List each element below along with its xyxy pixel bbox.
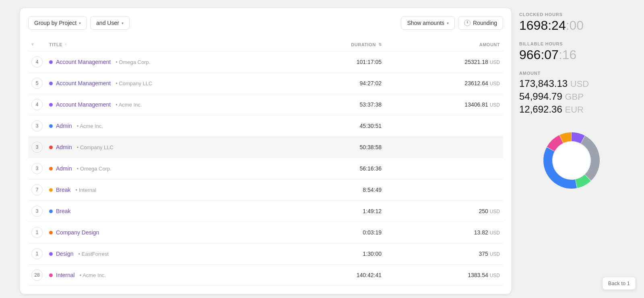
project-subtitle: • Acme Inc. [116, 102, 142, 108]
currency-label: USD [490, 60, 500, 65]
count-badge: 1 [31, 227, 43, 238]
project-title-link[interactable]: Internal [56, 272, 75, 278]
project-title-link[interactable]: Account Management [56, 80, 111, 86]
project-subtitle: • Omega Corp. [77, 166, 111, 172]
project-color-dot [49, 167, 53, 171]
currency-label: USD [490, 273, 500, 278]
amount-value: 1383.54 [468, 272, 488, 278]
right-panel: Clocked Hours 1698:24:00 Billable Hours … [519, 8, 624, 294]
count-badge: 3 [31, 163, 43, 174]
and-user-label: and User [96, 20, 119, 26]
currency-code: USD [570, 79, 589, 89]
amount-row: 173,843.13 USD [519, 77, 624, 90]
project-subtitle: • Company LLC [116, 80, 152, 86]
row-count-cell: 5 [28, 73, 46, 94]
show-amounts-label: Show amounts [407, 20, 444, 26]
col-duration: Duration ⇅ [294, 38, 385, 51]
project-subtitle: • EastForrest [78, 251, 109, 257]
project-subtitle: • Internal [76, 187, 97, 193]
row-title-cell: Admin• Omega Corp. [46, 158, 294, 179]
sort-icon: ⇅ [378, 42, 382, 47]
row-title-cell: Break [46, 201, 294, 222]
currency-label: USD [490, 251, 500, 257]
row-count-cell: 4 [28, 94, 46, 115]
amount-value: 13406.81 [464, 101, 488, 108]
row-duration-cell: 140:42:41 [294, 265, 385, 286]
row-duration-cell: 45:30:51 [294, 115, 385, 137]
table-row: 1Company Design0:03:1913.82 USD [28, 222, 503, 243]
donut-chart [535, 124, 608, 197]
project-title-link[interactable]: Admin [56, 123, 72, 129]
project-subtitle: • Acme Inc. [77, 123, 103, 129]
row-duration-cell: 8:54:49 [294, 179, 385, 201]
col-expand: ▾ [28, 38, 46, 51]
count-badge: 3 [31, 206, 43, 217]
rounding-button[interactable]: Rounding [458, 16, 503, 30]
table-row: 3Admin• Acme Inc.45:30:51 [28, 115, 503, 137]
table-row: 4Account Management• Acme Inc.53:37:3813… [28, 94, 503, 115]
row-amount-cell [385, 115, 503, 137]
project-subtitle: • Acme Inc. [80, 272, 106, 278]
clocked-hours-value: 1698:24:00 [519, 18, 624, 33]
row-amount-cell: 1383.54 USD [385, 265, 503, 286]
show-amounts-button[interactable]: Show amounts ▾ [401, 16, 455, 30]
toolbar-right: Show amounts ▾ Rounding [401, 16, 503, 30]
project-title-link[interactable]: Break [56, 187, 71, 193]
row-count-cell: 1 [28, 243, 46, 265]
project-color-dot [49, 146, 53, 149]
and-user-button[interactable]: and User ▾ [90, 16, 130, 30]
project-title-link[interactable]: Account Management [56, 101, 111, 108]
project-title-link[interactable]: Company Design [56, 229, 99, 236]
table-row: 4Account Management• Omega Corp.101:17:0… [28, 51, 503, 73]
row-title-cell: Account Management• Company LLC [46, 73, 294, 94]
group-by-label: Group by Project [34, 20, 76, 26]
project-subtitle: • Omega Corp. [116, 59, 150, 65]
row-duration-cell: 1:30:00 [294, 243, 385, 265]
amount-number: 54,994.79 [519, 91, 562, 102]
table-row: 3Admin• Omega Corp.56:16:36 [28, 158, 503, 179]
count-badge: 5 [31, 78, 43, 89]
project-title-link[interactable]: Admin [56, 165, 72, 172]
row-amount-cell: 25321.18 USD [385, 51, 503, 73]
chevron-down-icon: ▾ [122, 21, 124, 25]
row-duration-cell: 94:27:02 [294, 73, 385, 94]
project-color-dot [49, 60, 53, 64]
project-title-link[interactable]: Break [56, 208, 71, 214]
project-title-link[interactable]: Admin [56, 144, 72, 150]
row-amount-cell: 13.82 USD [385, 222, 503, 243]
chevron-down-icon: ▾ [79, 21, 81, 25]
table-row: 7Break• Internal8:54:49 [28, 179, 503, 201]
row-amount-cell [385, 158, 503, 179]
billable-hours-value: 966:07:16 [519, 48, 624, 62]
amount-value: 13.82 [474, 229, 488, 236]
table-row: 3Admin• Company LLC50:38:58 [28, 137, 503, 158]
project-title-link[interactable]: Account Management [56, 59, 111, 65]
currency-label: USD [490, 230, 500, 236]
clocked-hours-dim: :00 [566, 18, 584, 33]
row-title-cell: Break• Internal [46, 179, 294, 201]
back-to-top-button[interactable]: Back to 1 [602, 277, 636, 290]
count-badge: 1 [31, 248, 43, 259]
table-row: 5Account Management• Company LLC94:27:02… [28, 73, 503, 94]
row-duration-cell: 1:49:12 [294, 201, 385, 222]
table-row: 1Design• EastForrest1:30:00375 USD [28, 243, 503, 265]
billable-hours-dim: :16 [559, 47, 576, 62]
rounding-label: Rounding [473, 20, 497, 26]
count-badge: 3 [31, 142, 43, 153]
amount-list: 173,843.13 USD54,994.79 GBP12,692.36 EUR [519, 77, 624, 115]
currency-code: EUR [565, 105, 583, 115]
col-title: Title ↑ [46, 38, 294, 51]
group-by-project-button[interactable]: Group by Project ▾ [28, 16, 87, 30]
currency-label: USD [490, 209, 500, 214]
row-count-cell: 28 [28, 265, 46, 286]
row-title-cell: Design• EastForrest [46, 243, 294, 265]
count-badge: 7 [31, 184, 43, 195]
project-title-link[interactable]: Design [56, 251, 74, 257]
main-panel: Group by Project ▾ and User ▾ Show amoun… [20, 8, 511, 294]
row-count-cell: 4 [28, 51, 46, 73]
amount-number: 12,692.36 [519, 104, 562, 115]
toolbar-left: Group by Project ▾ and User ▾ [28, 16, 130, 30]
currency-label: USD [490, 102, 500, 108]
project-color-dot [49, 273, 53, 277]
donut-chart-wrapper [519, 124, 624, 197]
